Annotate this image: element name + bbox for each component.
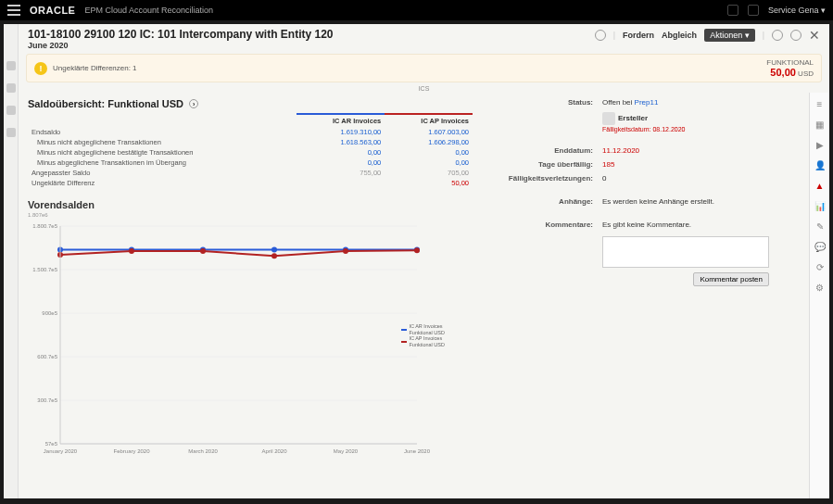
aktionen-menu[interactable]: Aktionen ▾ (704, 29, 755, 42)
anhange-value: Es werden keine Anhänge erstellt. (602, 197, 714, 206)
funktional-ccy: USD (798, 69, 814, 78)
funktional-label: FUNKTIONAL (766, 58, 814, 67)
help-icon[interactable] (748, 5, 759, 16)
svg-text:June 2020: June 2020 (404, 448, 431, 454)
svg-text:600.7e5: 600.7e5 (37, 354, 57, 359)
list-icon[interactable]: ≡ (814, 98, 826, 109)
rail-icon[interactable] (6, 128, 16, 137)
period-label: June 2020 (28, 41, 334, 50)
status-user-link[interactable]: Prep11 (635, 98, 659, 107)
kommentare-value: Es gibt keine Kommentare. (602, 220, 691, 229)
expand-icon[interactable]: › (189, 99, 198, 108)
person-icon[interactable]: 👤 (814, 159, 826, 170)
comment-input[interactable] (602, 236, 769, 268)
funktional-amount: 50,00 (770, 67, 796, 78)
edit-icon[interactable]: ✎ (814, 220, 826, 232)
svg-text:January 2020: January 2020 (44, 448, 78, 454)
rail-icon[interactable] (6, 83, 16, 93)
enddatum-value: 11.12.2020 (602, 146, 639, 155)
svg-point-21 (271, 247, 277, 253)
play-icon[interactable]: ▶ (814, 139, 826, 150)
app-title: EPM Cloud Account Reconciliation (84, 6, 213, 15)
vorendsalden-chart: 57e5300.7e5600.7e5900e51.500.7e51.800.7e… (28, 221, 445, 462)
workspace: 101-18100 29100 120 IC: 101 Intercompany… (4, 24, 829, 498)
rail-icon[interactable] (6, 106, 16, 115)
warning-icon: ! (34, 62, 47, 75)
svg-text:May 2020: May 2020 (334, 448, 359, 454)
svg-text:300.7e5: 300.7e5 (37, 397, 57, 403)
brand-logo: ORACLE (30, 5, 75, 16)
refresh-icon[interactable]: ⟳ (814, 261, 826, 272)
avatar (602, 112, 615, 125)
chart-icon[interactable]: 📊 (814, 200, 826, 211)
settings-icon[interactable]: ⚙ (814, 282, 826, 293)
svg-point-27 (271, 253, 277, 258)
warning-text: Ungeklärte Differenzen: 1 (53, 64, 137, 72)
col-ar: IC AR Invoices (297, 114, 385, 127)
rail-icon[interactable] (6, 61, 16, 70)
page-header: 101-18100 29100 120 IC: 101 Intercompany… (19, 24, 829, 52)
balance-table: IC AR Invoices IC AP Invoices Endsaldo1.… (28, 113, 473, 188)
svg-text:March 2020: March 2020 (188, 448, 218, 454)
svg-text:April 2020: April 2020 (261, 448, 287, 454)
help2-icon[interactable] (790, 30, 801, 41)
svg-text:1.500.7e5: 1.500.7e5 (32, 267, 57, 272)
notification-icon[interactable] (727, 5, 738, 16)
center-badge: ICS (19, 84, 829, 93)
svg-point-26 (200, 248, 206, 254)
comment-icon[interactable]: 💬 (814, 241, 826, 252)
info-icon[interactable] (772, 30, 783, 41)
tage-value: 185 (602, 160, 614, 169)
balance-section-title: Saldoübersicht: Funktional USD › (28, 98, 473, 109)
page-title: 101-18100 29100 120 IC: 101 Intercompany… (28, 28, 334, 41)
right-rail: ≡ ▦ ▶ 👤 ▲ 📊 ✎ 💬 ⟳ ⚙ (809, 93, 829, 498)
chart-legend: IC AR InvoicesFunktional USDIC AP Invoic… (401, 323, 445, 347)
chart-sub: 1.807e6 (28, 212, 473, 218)
warning-banner: ! Ungeklärte Differenzen: 1 FUNKTIONAL 5… (26, 54, 822, 82)
verletzungen-value: 0 (602, 174, 606, 183)
svg-text:57e5: 57e5 (45, 441, 58, 447)
svg-point-28 (343, 248, 348, 254)
fordern-link[interactable]: Fordern (623, 31, 654, 40)
svg-point-25 (129, 248, 134, 254)
abgleich-link[interactable]: Abgleich (662, 31, 697, 40)
left-rail (4, 24, 19, 498)
post-comment-button[interactable]: Kommentar posten (693, 272, 769, 286)
grid-icon[interactable]: ▦ (814, 119, 826, 130)
svg-text:900e5: 900e5 (42, 310, 57, 316)
alert-icon[interactable]: ▲ (814, 180, 826, 191)
user-icon[interactable] (595, 30, 606, 41)
hamburger-icon[interactable] (7, 5, 20, 16)
svg-text:February 2020: February 2020 (113, 448, 150, 454)
user-menu[interactable]: Service Gena ▾ (768, 6, 826, 15)
chart-title: Vorendsalden (28, 199, 473, 210)
col-ap: IC AP Invoices (385, 114, 473, 127)
svg-text:1.800.7e5: 1.800.7e5 (32, 223, 57, 229)
close-icon[interactable]: ✕ (809, 28, 820, 43)
svg-point-29 (414, 247, 420, 253)
global-topbar: ORACLE EPM Cloud Account Reconciliation … (0, 0, 833, 20)
